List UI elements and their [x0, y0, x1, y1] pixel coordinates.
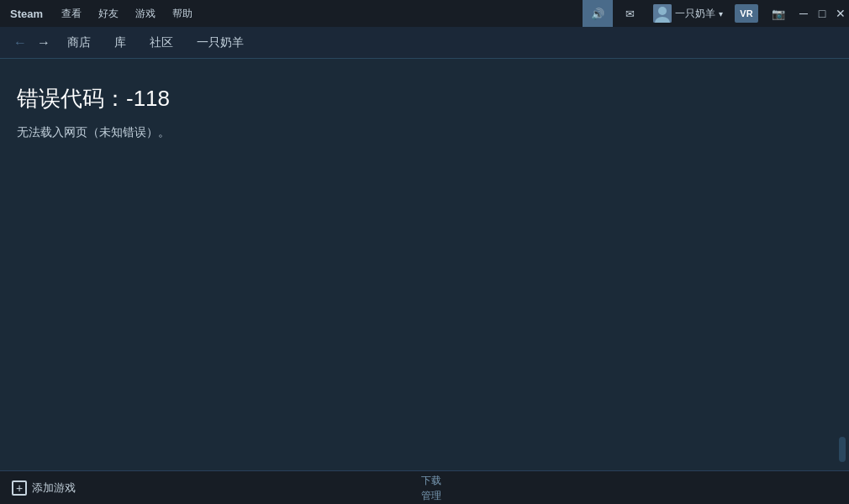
forward-button[interactable]: →: [32, 31, 55, 55]
scroll-indicator[interactable]: [839, 437, 846, 462]
screenshot-icon: 📷: [772, 8, 785, 20]
username-label: 一只奶羊: [675, 7, 715, 21]
svg-point-1: [658, 7, 667, 15]
nav-bar: ← → 商店 库 社区 一只奶羊: [0, 27, 849, 59]
main-content: 错误代码：-118 无法载入网页（未知错误）。: [0, 59, 849, 470]
menu-item-view[interactable]: 查看: [53, 0, 90, 27]
close-button[interactable]: ✕: [832, 0, 849, 27]
maximize-button[interactable]: □: [814, 0, 831, 27]
menu-item-help[interactable]: 帮助: [164, 0, 201, 27]
menu-bar: 查看 好友 游戏 帮助: [53, 0, 201, 27]
download-label: 下载: [421, 473, 441, 488]
add-game-label: 添加游戏: [32, 480, 76, 496]
speaker-button[interactable]: 🔊: [583, 0, 613, 27]
add-icon: +: [12, 480, 27, 496]
bottom-bar: + 添加游戏 下载 管理: [0, 470, 849, 504]
speaker-icon: 🔊: [591, 8, 604, 20]
title-bar-left: Steam 查看 好友 游戏 帮助: [0, 0, 201, 27]
add-game-button[interactable]: + 添加游戏: [12, 480, 76, 496]
error-description: 无法载入网页（未知错误）。: [17, 125, 832, 140]
manage-label: 管理: [421, 488, 441, 503]
title-bar: Steam 查看 好友 游戏 帮助 🔊 ✉ 一只奶羊 ▾: [0, 0, 849, 27]
error-title: 错误代码：-118: [17, 84, 832, 113]
back-button[interactable]: ←: [8, 31, 32, 55]
vr-button[interactable]: VR: [731, 0, 762, 27]
user-dropdown-arrow: ▾: [719, 9, 723, 18]
mail-button[interactable]: ✉: [614, 0, 645, 27]
mail-icon: ✉: [625, 8, 635, 20]
user-area[interactable]: 一只奶羊 ▾: [646, 0, 730, 27]
nav-username[interactable]: 一只奶羊: [185, 27, 256, 59]
nav-library[interactable]: 库: [103, 27, 138, 59]
minimize-button[interactable]: ─: [795, 0, 812, 27]
screenshot-button[interactable]: 📷: [763, 0, 794, 27]
nav-store[interactable]: 商店: [55, 27, 103, 59]
menu-item-friends[interactable]: 好友: [90, 0, 127, 27]
vr-label: VR: [735, 4, 757, 23]
steam-logo: Steam: [0, 0, 53, 27]
nav-community[interactable]: 社区: [138, 27, 185, 59]
avatar: [653, 4, 672, 23]
bottom-center: 下载 管理: [421, 473, 441, 503]
menu-item-games[interactable]: 游戏: [127, 0, 164, 27]
title-bar-right: 🔊 ✉ 一只奶羊 ▾ VR 📷 ─ □ ✕: [583, 0, 849, 27]
